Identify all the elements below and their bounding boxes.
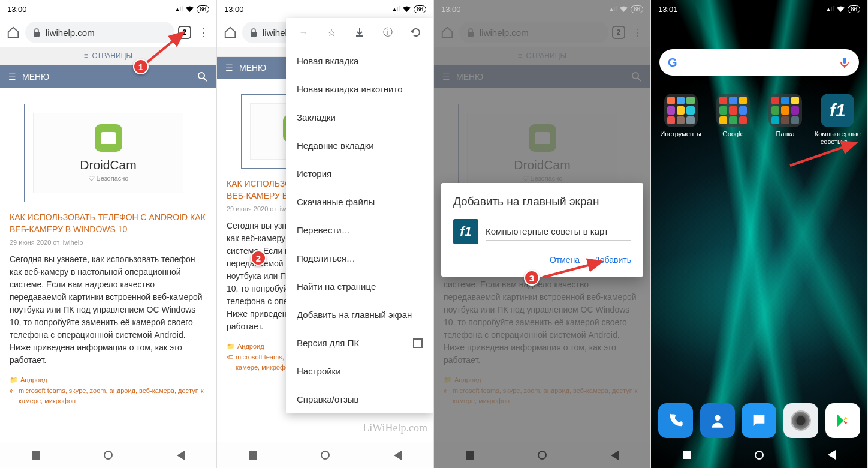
menu-icon[interactable]: ⋮ xyxy=(195,24,212,41)
article-meta: 29 июня 2020 от liwihelp xyxy=(10,239,207,246)
callout-2: 2 xyxy=(251,250,266,266)
tab-count[interactable]: 2 xyxy=(178,26,191,39)
panel-4: 13:01 ▴ıl 66 G Инструменты Google Папка … xyxy=(651,0,868,468)
status-bar: 13:00 ▴ıl 66 xyxy=(0,0,216,18)
menu-add-home[interactable]: Добавить на главный экран xyxy=(286,301,433,329)
play-store-app[interactable] xyxy=(825,403,860,438)
callout-1: 1 xyxy=(133,59,149,74)
wifi-icon xyxy=(185,5,194,13)
lock-icon xyxy=(32,28,41,37)
article-body: Сегодня вы узнаете, как использовать тел… xyxy=(10,253,207,367)
nav-back[interactable] xyxy=(828,450,836,460)
battery-icon: 66 xyxy=(197,5,209,13)
google-search[interactable]: G xyxy=(659,49,859,76)
folder-misc[interactable]: Папка xyxy=(761,94,810,146)
page-content: DroidCam 🛡 Безопасно КАК ИСПОЛЬЗОВАТЬ ТЕ… xyxy=(0,88,216,424)
folder-google[interactable]: Google xyxy=(709,94,758,146)
checkbox-icon[interactable] xyxy=(413,338,423,348)
svg-rect-10 xyxy=(843,58,846,64)
status-icons: ▴ıl 66 xyxy=(827,5,860,13)
shortcut-name-input[interactable]: Компьютерные советы в карт xyxy=(486,223,631,241)
messages-app[interactable] xyxy=(742,403,776,438)
svg-point-1 xyxy=(198,73,204,79)
info-icon[interactable]: ⓘ xyxy=(379,24,396,41)
panel-1: 13:00 ▴ıl 66 liwihelp.com 2 ⋮ ≡ СТРАНИЦЫ… xyxy=(0,0,217,468)
nav-back[interactable] xyxy=(177,451,185,460)
safe-badge: 🛡 Безопасно xyxy=(40,175,177,182)
article-title[interactable]: КАК ИСПОЛЬЗОВАТЬ ТЕЛЕФОН С ANDROID КАК В… xyxy=(10,212,207,235)
mic-icon[interactable] xyxy=(839,56,851,68)
clock: 13:00 xyxy=(441,5,461,14)
menu-downloads[interactable]: Скачанные файлы xyxy=(286,188,433,216)
modal-title: Добавить на главный экран xyxy=(453,195,631,208)
menu-new-tab[interactable]: Новая вкладка xyxy=(286,47,433,75)
clock: 13:00 xyxy=(7,5,27,14)
article-card[interactable]: DroidCam 🛡 Безопасно xyxy=(24,104,192,202)
chrome-toolbar: liwihelp.com 2 ⋮ xyxy=(0,18,216,47)
home-icon[interactable] xyxy=(5,24,22,41)
add-button[interactable]: Добавить xyxy=(594,255,631,265)
homescreen[interactable]: 13:01 ▴ıl 66 G Инструменты Google Папка … xyxy=(651,0,867,468)
phone-app[interactable] xyxy=(658,403,693,438)
nav-bar xyxy=(0,442,216,468)
address-bar[interactable]: liwihelp.com xyxy=(25,22,174,43)
menu-recent[interactable]: Недавние вкладки xyxy=(286,131,433,160)
f1-icon: f1 xyxy=(821,94,854,127)
status-bar: 13:00 ▴ıl 66 xyxy=(434,0,650,18)
lock-icon xyxy=(249,28,258,37)
card-title: DroidCam xyxy=(40,158,177,172)
camera-app[interactable] xyxy=(783,403,818,438)
download-icon[interactable] xyxy=(351,24,368,41)
svg-line-2 xyxy=(204,78,207,81)
nav-bar xyxy=(217,442,433,468)
nav-recent[interactable] xyxy=(683,451,691,459)
menu-incognito[interactable]: Новая вкладка инкогнито xyxy=(286,75,433,103)
status-icons: ▴ıl 66 xyxy=(610,5,643,13)
folder-tools[interactable]: Инструменты xyxy=(656,94,706,146)
panel-3: 13:00 ▴ıl 66 liwihelp.com 2 ⋮ ≡ СТРАНИЦЫ… xyxy=(434,0,651,468)
tags[interactable]: 📁 Андроид 🏷 microsoft teams, skype, zoom… xyxy=(10,375,207,407)
hamburger-icon: ☰ xyxy=(8,72,16,82)
menu-find[interactable]: Найти на странице xyxy=(286,272,433,301)
site-icon: f1 xyxy=(453,219,478,244)
nav-bar xyxy=(651,442,867,468)
svg-point-12 xyxy=(715,415,720,421)
menu-translate[interactable]: Перевести… xyxy=(286,216,433,244)
nav-recent[interactable] xyxy=(32,451,40,460)
menu-bookmarks[interactable]: Закладки xyxy=(286,103,433,131)
status-bar: 13:00 ▴ıl 66 xyxy=(217,0,433,18)
google-icon: G xyxy=(668,56,677,70)
contacts-app[interactable] xyxy=(700,403,735,438)
add-home-modal: Добавить на главный экран f1 Компьютерны… xyxy=(441,183,643,277)
site-pages-bar[interactable]: ≡ СТРАНИЦЫ xyxy=(0,47,216,65)
clock: 13:00 xyxy=(224,5,244,14)
callout-3: 3 xyxy=(524,270,540,286)
nav-home[interactable] xyxy=(755,451,764,460)
nav-home[interactable] xyxy=(321,451,330,460)
clock: 13:01 xyxy=(658,5,678,14)
nav-recent[interactable] xyxy=(249,451,257,460)
dock xyxy=(651,403,867,438)
shortcut-site[interactable]: f1 Компьютерные советы в ... xyxy=(813,94,862,146)
nav-home[interactable] xyxy=(104,451,113,460)
status-bar: 13:01 ▴ıl 66 xyxy=(651,0,867,18)
site-menu-bar[interactable]: ☰МЕНЮ xyxy=(0,65,216,88)
menu-history[interactable]: История xyxy=(286,160,433,188)
reload-icon[interactable] xyxy=(408,24,424,41)
signal-icon: ▴ıl xyxy=(176,5,183,13)
panel-2: 13:00 ▴ıl 66 liwihelp.com ☰ МЕНЮ КАК ИСП… xyxy=(217,0,434,468)
menu-settings[interactable]: Настройки xyxy=(286,357,433,385)
home-icon[interactable] xyxy=(222,24,239,41)
menu-desktop[interactable]: Версия для ПК xyxy=(286,329,433,357)
menu-share[interactable]: Поделиться… xyxy=(286,244,433,272)
nav-back[interactable] xyxy=(394,451,402,460)
cancel-button[interactable]: Отмена xyxy=(550,255,580,265)
menu-help[interactable]: Справка/отзыв xyxy=(286,385,433,413)
status-icons: ▴ıl 66 xyxy=(176,5,209,13)
watermark: LiWiHelp.com xyxy=(363,422,427,434)
url-text: liwihelp.com xyxy=(46,28,95,38)
forward-icon[interactable]: → xyxy=(295,24,312,41)
droidcam-icon xyxy=(95,124,122,152)
search-icon[interactable] xyxy=(197,71,208,82)
star-icon[interactable]: ☆ xyxy=(323,24,340,41)
